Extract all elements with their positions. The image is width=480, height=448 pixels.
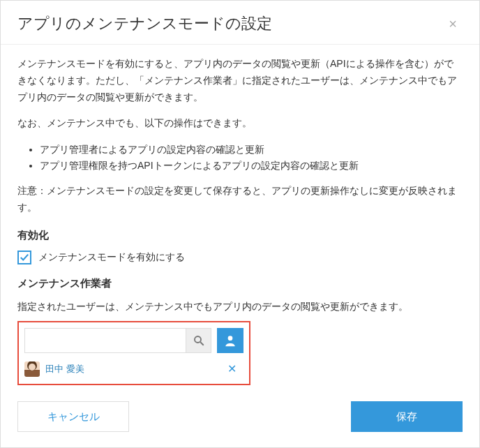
user-search-input[interactable] xyxy=(25,329,186,352)
svg-point-2 xyxy=(228,336,233,341)
dialog-footer: キャンセル 保存 xyxy=(1,389,479,447)
user-search-row xyxy=(24,328,243,353)
enable-checkbox-label: メンテナンスモードを有効にする xyxy=(38,251,185,264)
workers-heading: メンテナンス作業者 xyxy=(17,277,463,290)
cancel-button[interactable]: キャンセル xyxy=(17,401,129,432)
list-item: アプリ管理権限を持つAPIトークンによるアプリの設定内容の確認と更新 xyxy=(40,158,463,173)
intro-paragraph-1: メンテナンスモードを有効にすると、アプリ内のデータの閲覧や更新（APIによる操作… xyxy=(17,56,463,105)
workers-description: 指定されたユーザーは、メンテナンス中でもアプリ内のデータの閲覧や更新ができます。 xyxy=(17,299,463,314)
dialog-header: アプリのメンテナンスモードの設定 × xyxy=(1,1,479,44)
maintenance-mode-dialog: アプリのメンテナンスモードの設定 × メンテナンスモードを有効にすると、アプリ内… xyxy=(0,0,480,448)
dialog-body: メンテナンスモードを有効にすると、アプリ内のデータの閲覧や更新（APIによる操作… xyxy=(1,44,479,392)
selected-user-chip: 田中 愛美 ✕ xyxy=(24,360,243,378)
check-icon xyxy=(20,253,29,262)
intro-paragraph-2: なお、メンテナンス中でも、以下の操作はできます。 xyxy=(17,115,463,132)
enable-heading: 有効化 xyxy=(17,229,463,242)
close-icon: × xyxy=(449,16,457,32)
user-picker-button[interactable] xyxy=(217,328,243,353)
user-chip-left: 田中 愛美 xyxy=(24,361,84,377)
svg-point-0 xyxy=(195,336,201,343)
close-button[interactable]: × xyxy=(443,14,463,33)
save-button[interactable]: 保存 xyxy=(351,401,463,432)
search-button[interactable] xyxy=(186,329,211,352)
allowed-operations-list: アプリ管理者によるアプリの設定内容の確認と更新 アプリ管理権限を持つAPIトーク… xyxy=(40,142,463,173)
person-icon xyxy=(223,334,237,348)
workers-picker-area: 田中 愛美 ✕ xyxy=(17,321,250,385)
remove-icon: ✕ xyxy=(227,363,237,375)
enable-checkbox-row: メンテナンスモードを有効にする xyxy=(17,251,463,264)
svg-line-1 xyxy=(200,342,204,345)
avatar xyxy=(24,361,40,377)
notice-paragraph: 注意：メンテナンスモードの設定を変更して保存すると、アプリの更新操作なしに変更が… xyxy=(17,183,463,216)
remove-user-button[interactable]: ✕ xyxy=(225,362,239,375)
search-input-wrap xyxy=(24,328,211,353)
user-name: 田中 愛美 xyxy=(45,363,84,375)
dialog-title: アプリのメンテナンスモードの設定 xyxy=(17,13,272,34)
list-item: アプリ管理者によるアプリの設定内容の確認と更新 xyxy=(40,142,463,157)
search-icon xyxy=(193,334,205,347)
enable-checkbox[interactable] xyxy=(17,251,31,264)
